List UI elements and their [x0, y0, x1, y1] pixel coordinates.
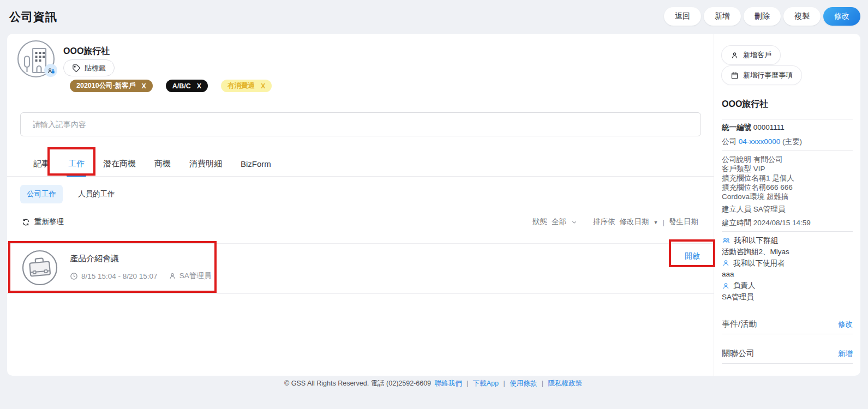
content-card: OOO旅行社 貼標籤 202010公司-新客戶 X A/B/C X: [7, 34, 860, 376]
toolbar-right: 狀態 全部 排序依 修改日期 ▼ | 發生日期: [532, 217, 698, 227]
tab-opportunity[interactable]: 商機: [145, 152, 180, 176]
share-groups-label: 我和以下群組: [734, 235, 778, 246]
list-toolbar: 重新整理 狀態 全部 排序依 修改日期 ▼ |: [22, 215, 698, 228]
page-title: 公司資訊: [9, 9, 57, 25]
tag-label: 有消費過: [228, 81, 255, 91]
clock-icon: [70, 272, 78, 280]
share-users-row: 我和以下使用者: [722, 258, 789, 269]
sort-control[interactable]: 排序依 修改日期 ▼ | 發生日期: [593, 217, 698, 227]
company-avatar: [17, 40, 55, 78]
sort-separator: |: [662, 218, 665, 226]
status-label: 狀態: [532, 217, 547, 227]
share-users-label: 我和以下使用者: [733, 258, 785, 269]
share-groups-row: 我和以下群組: [722, 235, 789, 246]
detail-line: Cordova環境 超難搞: [722, 192, 794, 201]
tag-label: A/B/C: [172, 82, 191, 90]
tab-work[interactable]: 工作: [59, 152, 94, 176]
copy-button[interactable]: 複製: [783, 7, 821, 26]
tab-bar: 記事 工作 潛在商機 商機 消費明細 BizForm: [7, 152, 714, 177]
refresh-label: 重新整理: [34, 217, 64, 227]
company-name: OOO旅行社: [63, 46, 110, 57]
sidebar-divider: [722, 119, 853, 119]
related-companies-section-header: 關聯公司 新增: [722, 348, 853, 359]
events-edit-link[interactable]: 修改: [838, 320, 853, 329]
refresh-button[interactable]: 重新整理: [22, 217, 64, 227]
share-settings: 我和以下群組 活動咨詢組2、Miyas 我和以下使用者 aaa: [722, 235, 789, 303]
status-filter[interactable]: 狀態 全部: [532, 217, 578, 227]
edit-button[interactable]: 修改: [823, 7, 860, 26]
privacy-policy-link[interactable]: 隱私權政策: [548, 380, 582, 387]
terms-link[interactable]: 使用條款: [510, 380, 537, 387]
caret-down-icon: ▼: [654, 220, 659, 225]
sidebar-divider: [722, 363, 853, 364]
add-tag-button[interactable]: 貼標籤: [63, 59, 115, 76]
created-by-row: 建立人員 SA管理員: [722, 204, 785, 214]
download-app-link[interactable]: 下載App: [473, 380, 499, 387]
briefcase-icon: [22, 250, 58, 286]
footer: © GSS All Rights Reserved. 電話 (02)2592-6…: [0, 379, 868, 388]
note-input[interactable]: [20, 112, 701, 136]
main-panel: OOO旅行社 貼標籤 202010公司-新客戶 X A/B/C X: [7, 34, 714, 376]
sort-alt-option[interactable]: 發生日期: [669, 217, 698, 227]
work-item-title: 產品介紹會議: [70, 254, 119, 264]
events-section-header: 事件/活動 修改: [722, 319, 853, 329]
user-icon: [722, 259, 730, 267]
phone-label: 公司: [722, 137, 737, 146]
share-users-value: aaa: [722, 269, 789, 280]
header-actions: 返回 新增 刪除 複製 修改: [664, 7, 860, 26]
sidebar-company-name: OOO旅行社: [722, 99, 768, 110]
back-button[interactable]: 返回: [664, 7, 701, 26]
detail-line: 客戶類型 VIP: [722, 164, 794, 173]
tab-notes[interactable]: 記事: [24, 152, 59, 176]
detail-line: 擴充欄位名稱1 是個人: [722, 173, 794, 183]
tax-id-label: 統一編號: [722, 123, 751, 131]
share-lock-badge-icon: [44, 64, 57, 77]
tag-button-label: 貼標籤: [85, 63, 106, 73]
phone-link[interactable]: 04-xxxx0000: [739, 137, 781, 146]
owner-row: 負責人: [722, 280, 789, 292]
work-item-meta: 8/15 15:04 - 8/20 15:07 SA管理員: [70, 271, 211, 281]
sort-label: 排序依: [593, 217, 615, 227]
open-work-link[interactable]: 開啟: [685, 251, 700, 261]
phone-row: 公司 04-xxxx0000 (主要): [722, 137, 802, 147]
chevron-down-icon: [571, 219, 578, 226]
owner-value: SA管理員: [722, 292, 789, 303]
tab-potential-opportunity[interactable]: 潛在商機: [94, 152, 145, 176]
tag-chip[interactable]: A/B/C X: [166, 80, 208, 92]
tax-id-value: 00001111: [753, 123, 785, 131]
company-details: 公司說明 有間公司 客戶類型 VIP 擴充欄位名稱1 是個人 擴充欄位名稱666…: [722, 155, 794, 201]
add-calendar-event-button[interactable]: 新增行事曆事項: [722, 66, 801, 85]
tag-close-icon[interactable]: X: [197, 82, 201, 90]
tag-chip[interactable]: 202010公司-新客戶 X: [70, 80, 153, 92]
share-groups-value: 活動咨詢組2、Miyas: [722, 246, 789, 258]
created-at-row: 建立時間 2024/08/15 14:59: [722, 218, 811, 228]
tags-row: 202010公司-新客戶 X A/B/C X 有消費過 X: [70, 80, 272, 92]
related-companies-add-link[interactable]: 新增: [838, 349, 853, 359]
add-customer-button[interactable]: 新增客戶: [722, 46, 780, 64]
status-value: 全部: [552, 217, 566, 227]
list-divider-bottom: [7, 293, 714, 294]
company-info-page: 公司資訊 返回 新增 刪除 複製 修改: [0, 0, 868, 409]
tag-close-icon[interactable]: X: [141, 82, 146, 90]
subtab-bar: 公司工作 人員的工作: [20, 185, 122, 203]
tab-bizform[interactable]: BizForm: [231, 152, 280, 176]
subtab-personnel-work[interactable]: 人員的工作: [71, 185, 122, 203]
copyright-text: © GSS All Rights Reserved. 電話 (02)2592-6…: [284, 380, 431, 387]
tag-close-icon[interactable]: X: [261, 82, 265, 90]
sidebar-divider: [722, 334, 853, 334]
tag-chip[interactable]: 有消費過 X: [221, 80, 272, 92]
add-button[interactable]: 新增: [704, 7, 741, 26]
work-list-item[interactable]: 產品介紹會議 8/15 15:04 - 8/20 15:07: [7, 244, 714, 293]
work-item-time: 8/15 15:04 - 8/20 15:07: [81, 272, 158, 280]
tab-consumption-detail[interactable]: 消費明細: [180, 152, 231, 176]
work-item-owner: SA管理員: [179, 271, 212, 281]
calendar-icon: [731, 71, 739, 80]
tag-icon: [72, 64, 81, 73]
related-companies-title: 關聯公司: [722, 348, 755, 359]
sort-value[interactable]: 修改日期: [620, 217, 649, 227]
sidebar-divider: [722, 151, 853, 151]
subtab-company-work[interactable]: 公司工作: [20, 185, 63, 203]
delete-button[interactable]: 刪除: [744, 7, 781, 26]
events-section-title: 事件/活動: [722, 319, 757, 329]
contact-us-link[interactable]: 聯絡我們: [435, 380, 462, 387]
